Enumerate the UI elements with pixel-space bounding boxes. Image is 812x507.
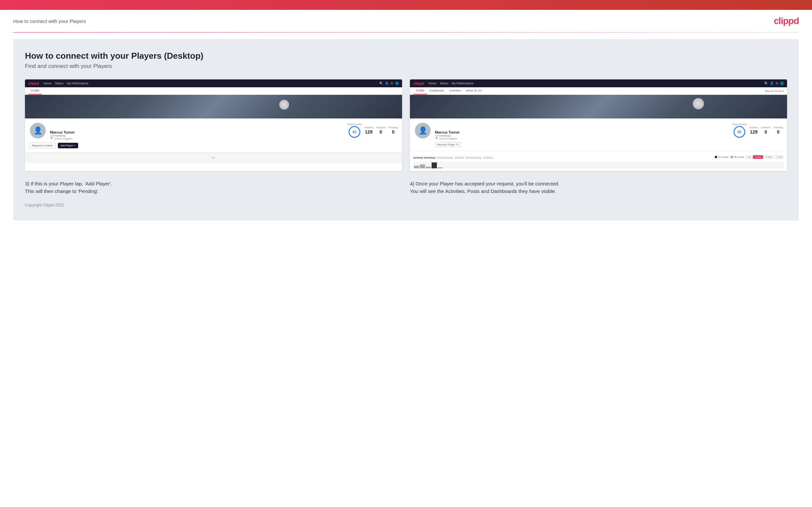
stat-activities-left: Activities 129: [364, 126, 373, 134]
tab-what-to-on-right[interactable]: What To On: [463, 87, 484, 95]
profile-row-right: 👤 Marcus Turner 1-5 Handicap 📍 United Ki…: [414, 122, 783, 147]
globe-icon[interactable]: 🌐: [395, 82, 399, 85]
activity-summary: Activity Summary Monthly Activity · 6 Mo…: [410, 151, 787, 171]
mini-tabs-left: Profile: [25, 87, 402, 95]
logo: clippd: [774, 16, 799, 26]
avatar-right: 👤: [414, 122, 432, 139]
location-icon-left: 📍: [50, 137, 53, 140]
stat-quality-right: Player Quality 92: [732, 123, 747, 138]
page-heading: How to connect with your Players (Deskto…: [25, 51, 787, 61]
time-btn-1mth[interactable]: 1 mth: [774, 155, 784, 159]
tab-activities-right[interactable]: Activities: [447, 87, 464, 95]
caption-text-right: 4) Once your Player has accepted your re…: [410, 180, 787, 195]
user-icon[interactable]: 👤: [385, 82, 389, 85]
stats-area-right: Player Quality 92 Activities 129 Followe…: [611, 122, 783, 138]
screenshot-panel-right: clippd Home Teams My Performance 🔍 👤 ⚙ 🌐…: [410, 79, 787, 171]
settings-icon[interactable]: ⚙: [391, 82, 393, 85]
screenshot-panel-left: clippd Home Teams My Performance 🔍 👤 ⚙ 🌐…: [25, 79, 402, 171]
stat-followers-left: Followers 0: [376, 126, 386, 134]
stat-following-right: Following 0: [773, 126, 783, 134]
top-bar: [0, 0, 812, 10]
time-btn-1yr[interactable]: 1 yr: [745, 155, 753, 159]
remove-player-button[interactable]: Remove Player ✕: [435, 142, 461, 147]
user-icon-right[interactable]: 👤: [770, 82, 773, 85]
tab-profile-left[interactable]: Profile: [28, 87, 42, 95]
player-name-left: Marcus Turner: [50, 130, 222, 134]
legend-on-course: On course: [715, 156, 728, 158]
monthly-activity-sub: Monthly Activity · 6 Months: [465, 157, 493, 159]
header: How to connect with your Players clippd: [0, 10, 812, 32]
nav-link-teams-right[interactable]: Teams: [440, 82, 448, 85]
nav-link-home[interactable]: Home: [43, 82, 51, 85]
mini-nav-right: clippd Home Teams My Performance 🔍 👤 ⚙ 🌐: [410, 79, 787, 87]
stat-followers-right: Followers 0: [761, 126, 771, 134]
chart-bar-1: [414, 166, 419, 168]
profile-row-left: 👤 Marcus Turner 1-5 Handicap 📍 United Ki…: [29, 122, 398, 140]
caption-left: 3) If this is your Player tap, 'Add Play…: [25, 180, 402, 195]
captions-row: 3) If this is your Player tap, 'Add Play…: [25, 180, 787, 195]
avatar-icon-right: 👤: [418, 126, 427, 135]
monthly-activity-label: Monthly Activity · 6 Months: [437, 157, 464, 159]
quality-circle-right: 92: [733, 126, 745, 138]
screenshots-row: clippd Home Teams My Performance 🔍 👤 ⚙ 🌐…: [25, 79, 787, 171]
settings-icon-right[interactable]: ⚙: [775, 82, 778, 85]
mini-logo-left: clippd: [28, 81, 39, 85]
player-location-right: 📍 United Kingdom: [435, 137, 607, 140]
avatar-icon-left: 👤: [34, 126, 42, 135]
globe-icon-right[interactable]: 🌐: [780, 82, 784, 85]
main-content: How to connect with your Players (Deskto…: [13, 39, 799, 221]
search-icon[interactable]: 🔍: [379, 82, 383, 85]
activity-controls: On course Off course 1 yr 6 mths 3 mths: [715, 155, 784, 159]
location-icon-right: 📍: [435, 137, 438, 140]
header-title: How to connect with your Players: [13, 18, 86, 24]
marcus-turner-dropdown[interactable]: Marcus Turner ▾: [765, 90, 784, 93]
profile-section-right: 👤 Marcus Turner 1-5 Handicap 📍 United Ki…: [410, 118, 787, 151]
stats-area-left: Player Quality 92 Activities 129 Followe…: [226, 122, 398, 138]
player-handicap-left: 1-5 Handicap: [50, 134, 222, 137]
time-buttons: 1 yr 6 mths 3 mths 1 mth: [745, 155, 784, 159]
activity-title-group: Activity Summary Monthly Activity · 6 Mo…: [413, 154, 493, 160]
stat-quality-left: Player Quality 92: [347, 123, 362, 138]
player-location-left: 📍 United Kingdom: [50, 137, 222, 140]
mini-tabs-right: Profile Dashboard Activities What To On …: [410, 87, 787, 95]
tab-profile-right[interactable]: Profile: [413, 87, 427, 95]
profile-section-left: 👤 Marcus Turner 1-5 Handicap 📍 United Ki…: [25, 118, 402, 152]
mini-nav-right-left: 🔍 👤 ⚙ 🌐: [379, 82, 399, 85]
caption-text-left: 3) If this is your Player tap, 'Add Play…: [25, 180, 402, 195]
activity-chart: [413, 162, 784, 168]
aerial-image-left: [25, 95, 402, 118]
nav-link-performance[interactable]: My Performance: [67, 82, 88, 85]
search-icon-right[interactable]: 🔍: [764, 82, 768, 85]
chart-bar-5: [438, 167, 443, 168]
request-to-follow-button[interactable]: Request to Follow: [29, 143, 56, 148]
add-player-button[interactable]: Add Player +: [58, 143, 78, 148]
stat-following-left: Following 0: [388, 126, 398, 134]
aerial-image-right: [410, 95, 787, 118]
caption-right: 4) Once your Player has accepted your re…: [410, 180, 787, 195]
time-btn-6mths[interactable]: 6 mths: [753, 155, 763, 159]
screenshot-footer-left: ✏: [25, 152, 402, 163]
mini-nav-links-left: Home Teams My Performance: [43, 82, 88, 85]
nav-link-performance-right[interactable]: My Performance: [452, 82, 473, 85]
tab-dashboard-right[interactable]: Dashboard: [427, 87, 447, 95]
player-handicap-right: 1-5 Handicap: [435, 134, 607, 137]
header-divider: [13, 32, 799, 33]
off-course-dot: [730, 156, 733, 158]
mini-logo-right: clippd: [413, 81, 424, 85]
page-subheading: Find and connect with your Players: [25, 63, 787, 69]
action-buttons-left: Request to Follow Add Player +: [29, 143, 398, 148]
mini-nav-left: clippd Home Teams My Performance 🔍 👤 ⚙ 🌐: [25, 79, 402, 87]
nav-link-home-right[interactable]: Home: [428, 82, 436, 85]
activity-header: Activity Summary Monthly Activity · 6 Mo…: [413, 154, 784, 160]
player-name-right: Marcus Turner: [435, 130, 607, 134]
quality-circle-left: 92: [349, 126, 360, 138]
time-btn-3mths[interactable]: 3 mths: [764, 155, 774, 159]
on-course-dot: [715, 156, 717, 158]
mini-nav-links-right: Home Teams My Performance: [428, 82, 473, 85]
chart-bar-3: [426, 167, 431, 168]
footer-copyright: Copyright Clippd 2022: [25, 203, 787, 208]
legend-off-course: Off course: [730, 156, 744, 158]
activity-summary-title: Activity Summary: [413, 156, 436, 159]
activity-legend: On course Off course: [715, 156, 744, 158]
nav-link-teams[interactable]: Teams: [55, 82, 63, 85]
